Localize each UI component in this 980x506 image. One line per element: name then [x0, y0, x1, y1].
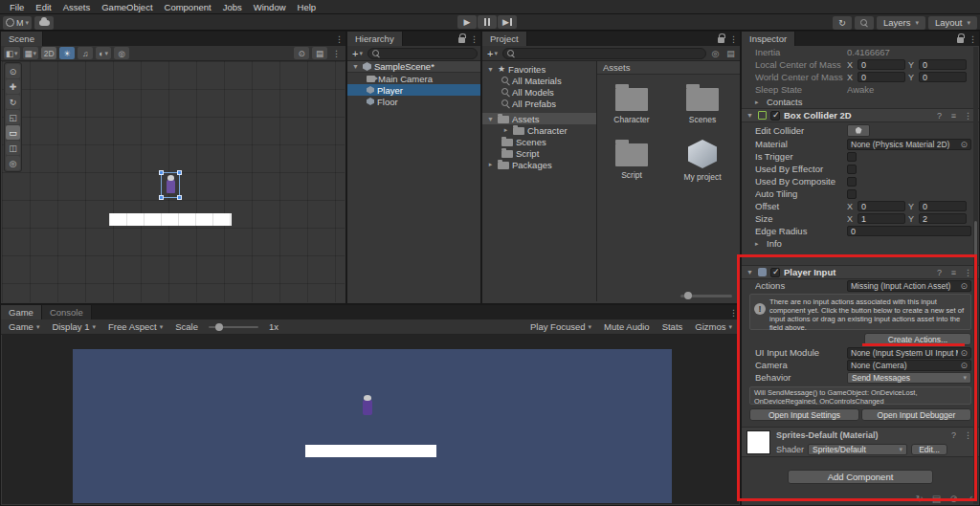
help-icon[interactable]: ?	[934, 111, 945, 121]
layers-dropdown[interactable]: Layers▾	[877, 16, 925, 30]
menu-help[interactable]: Help	[292, 2, 323, 12]
foldout-icon[interactable]: ▼	[746, 269, 754, 275]
display-dropdown[interactable]: Display 1▾	[47, 321, 100, 332]
menu-component[interactable]: Component	[159, 2, 217, 12]
context-menu-icon[interactable]: ⋮	[963, 430, 973, 440]
hierarchy-search-input[interactable]	[368, 48, 478, 59]
used-by-composite-checkbox[interactable]	[847, 177, 857, 187]
game-viewport[interactable]	[2, 335, 739, 504]
account-button[interactable]: M▾	[3, 16, 32, 30]
box-collider-2d-header[interactable]: ▼ Box Collider 2D ? ≡ ⋮	[742, 108, 979, 122]
favorite-all-models[interactable]: All Models	[482, 86, 596, 98]
help-icon[interactable]: ?	[934, 268, 945, 277]
object-picker-icon[interactable]: ⊙	[960, 348, 968, 358]
edge-radius-field[interactable]: 0	[847, 226, 971, 236]
lock-icon[interactable]	[456, 32, 468, 46]
2d-toggle[interactable]: 2D	[41, 47, 56, 59]
mute-audio-toggle[interactable]: Mute Audio	[599, 321, 655, 332]
audio-toggle[interactable]: ♫	[78, 47, 93, 59]
scene-row[interactable]: ▼SampleScene*	[347, 61, 480, 73]
lock-icon[interactable]	[715, 32, 727, 46]
console-status-icon[interactable]: ▤	[932, 494, 941, 504]
lock-icon[interactable]	[954, 32, 967, 46]
transform-tool[interactable]: ◫	[6, 141, 20, 155]
step-button[interactable]: ▶	[498, 15, 517, 29]
project-search-input[interactable]	[502, 48, 706, 59]
component-enabled-checkbox[interactable]	[770, 111, 780, 121]
world-com-x-field[interactable]: 0	[858, 72, 905, 82]
rotate-tool[interactable]: ↻	[6, 95, 20, 109]
lighting-toggle[interactable]: ☀	[59, 47, 75, 59]
add-component-button[interactable]: Add Component	[788, 470, 933, 484]
physics-material-field[interactable]: None (Physics Material 2D)⊙	[847, 139, 971, 150]
scene-viewport[interactable]	[2, 61, 345, 302]
player-input-header[interactable]: ▼ Player Input ? ≡ ⋮	[742, 265, 979, 279]
gizmos-dropdown[interactable]: Gizmos▾	[690, 321, 737, 332]
offset-y-field[interactable]: 0	[919, 201, 967, 211]
selection-handle[interactable]	[159, 170, 164, 175]
tab-console[interactable]: Console	[42, 305, 92, 319]
tool-settings-dropdown[interactable]: ◧▾	[4, 47, 20, 59]
camera-settings-icon[interactable]: ⊙	[294, 47, 309, 59]
selection-handle[interactable]	[177, 170, 182, 175]
asset-folder-script[interactable]: Script	[609, 140, 655, 182]
asset-folder-scenes[interactable]: Scenes	[679, 84, 725, 124]
object-picker-icon[interactable]: ⊙	[960, 140, 968, 149]
packages-row[interactable]: ▸Packages	[482, 159, 596, 170]
ui-input-module-field[interactable]: None (Input System UI Input Moc⊙	[847, 347, 971, 359]
open-input-debugger-button[interactable]: Open Input Debugger	[861, 408, 971, 421]
panel-menu-icon[interactable]: ⋮	[967, 32, 979, 46]
layout-dropdown[interactable]: Layout▾	[928, 16, 977, 30]
effects-dropdown[interactable]: ◐▾	[96, 47, 111, 59]
view-tool[interactable]: ⊙	[6, 64, 20, 78]
actions-asset-field[interactable]: Missing (Input Action Asset)⊙	[847, 280, 971, 292]
component-enabled-checkbox[interactable]	[770, 268, 780, 277]
scene-menu-icon[interactable]: ⋮	[330, 49, 343, 58]
contacts-foldout[interactable]: ▸Contacts	[742, 96, 979, 108]
undo-history-button[interactable]: ↻	[833, 16, 852, 30]
menu-gameobject[interactable]: GameObject	[96, 2, 158, 12]
assets-root-row[interactable]: ▼Assets	[482, 113, 596, 124]
favorites-row[interactable]: ▼★Favorites	[482, 63, 596, 75]
add-gameobject-button[interactable]: +▾	[350, 48, 365, 59]
tab-project[interactable]: Project	[482, 32, 527, 46]
menu-jobs[interactable]: Jobs	[217, 2, 248, 12]
local-com-y-field[interactable]: 0	[919, 59, 967, 70]
tab-scene[interactable]: Scene	[1, 32, 43, 46]
foldout-icon[interactable]: ▼	[746, 112, 754, 119]
object-picker-icon[interactable]: ⊙	[960, 361, 968, 370]
panel-menu-icon[interactable]: ⋮	[727, 305, 740, 319]
scene-floor-platform[interactable]	[109, 213, 232, 226]
panel-menu-icon[interactable]: ⋮	[333, 32, 345, 46]
tab-game[interactable]: Game	[1, 305, 42, 319]
menu-window[interactable]: Window	[248, 2, 292, 12]
tree-folder-scenes[interactable]: Scenes	[482, 136, 596, 147]
context-menu-icon[interactable]: ⋮	[963, 268, 973, 277]
menu-assets[interactable]: Assets	[57, 2, 97, 12]
presets-icon[interactable]: ≡	[948, 111, 959, 121]
search-by-type-icon[interactable]: ◎	[709, 49, 722, 58]
help-icon[interactable]: ?	[948, 430, 959, 440]
add-asset-button[interactable]: +▾	[485, 48, 500, 59]
favorite-all-materials[interactable]: All Materials	[482, 75, 596, 86]
panel-menu-icon[interactable]: ⋮	[727, 32, 740, 46]
size-y-field[interactable]: 2	[919, 213, 967, 224]
favorite-all-prefabs[interactable]: All Prefabs	[482, 98, 596, 109]
rect-tool[interactable]: ▭	[6, 125, 20, 140]
scale-tool[interactable]: ◱	[6, 110, 20, 124]
inspector-scrollbar[interactable]	[973, 47, 978, 504]
asset-zoom-slider[interactable]	[680, 295, 732, 297]
context-menu-icon[interactable]: ⋮	[963, 111, 973, 121]
pause-button[interactable]	[478, 15, 497, 29]
hierarchy-item-player[interactable]: Player	[347, 84, 480, 96]
menu-edit[interactable]: Edit	[30, 2, 56, 12]
hierarchy-item-main-camera[interactable]: Main Camera	[347, 73, 480, 84]
create-actions-button[interactable]: Create Actions...	[864, 333, 971, 345]
edit-collider-button[interactable]	[847, 124, 870, 137]
activity-icon[interactable]: ↻	[915, 494, 923, 504]
game-view-dropdown[interactable]: Game▾	[4, 321, 44, 332]
panel-menu-icon[interactable]: ⋮	[468, 32, 480, 46]
tab-inspector[interactable]: Inspector	[742, 32, 795, 46]
scale-slider[interactable]	[209, 326, 258, 328]
shader-edit-button[interactable]: Edit...	[911, 444, 947, 455]
